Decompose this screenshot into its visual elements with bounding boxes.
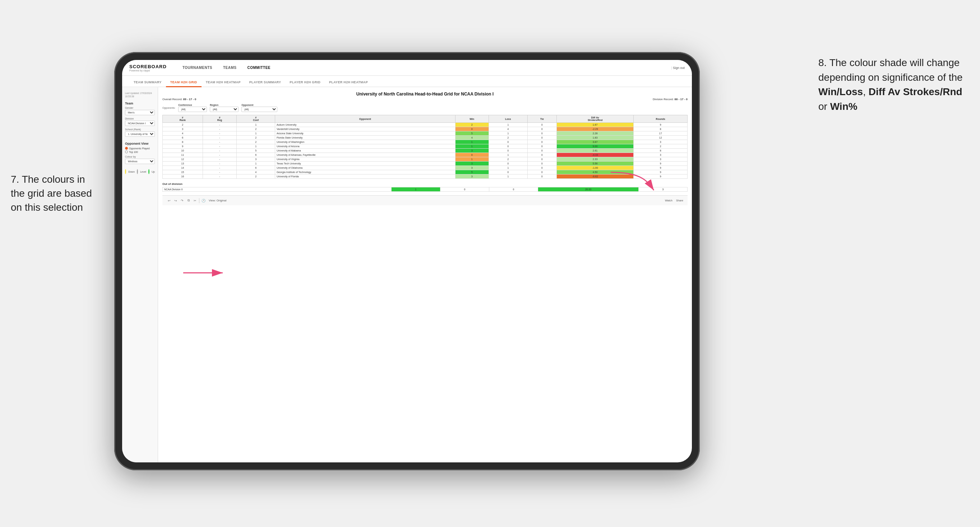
clock-icon[interactable]: 🕐 [201,198,206,203]
table-cell-1-3: Vanderbilt University [275,127,455,132]
table-cell-12-5: 1 [488,175,527,179]
table-cell-3-7: 1.83 [557,136,633,140]
table-cell-3-0: 6 [163,136,203,140]
table-cell-6-1: - [203,149,237,153]
col-rounds: Rounds [634,115,687,123]
toolbar-icons: ↩ ↪ ↷ ⧉ ✂ 🕐 [167,198,206,203]
region-filter-select[interactable]: (All) [210,106,239,112]
table-cell-11-5: 0 [488,170,527,175]
subnav-player-h2h-grid[interactable]: PLAYER H2H GRID [285,79,325,87]
table-cell-3-4: 4 [455,136,488,140]
table-cell-5-0: 9 [163,144,203,149]
table-cell-3-5: 2 [488,136,527,140]
table-row: 4-1Arizona State University5102.2817 [163,132,687,136]
subnav-player-summary[interactable]: PLAYER SUMMARY [245,79,286,87]
table-cell-1-6: 0 [527,127,557,132]
redo-icon[interactable]: ↪ [173,198,178,203]
colour-dot-level [137,169,138,174]
school-select[interactable]: 1. University of Nort... [125,132,155,137]
undo-icon[interactable]: ↩ [167,198,172,203]
last-updated: Last Updated: 27/03/2024 16:55:38 [125,92,155,98]
table-cell-5-3: University of Arizona [275,144,455,149]
table-cell-8-6: 0 [527,157,557,162]
ood-cell-3: 0 [489,187,538,192]
radio-opponents-played[interactable]: Opponents Played [125,147,155,150]
table-row: 10-5University of Alabama3002.618 [163,149,687,153]
nav-committee[interactable]: COMMITTEE [242,64,276,71]
subnav-player-h2h-heatmap[interactable]: PLAYER H2H HEATMAP [325,79,372,87]
logo-sub: Powered by clippd [129,69,167,72]
table-cell-7-4: 0 [455,153,488,157]
table-cell-12-0: 16 [163,175,203,179]
share-button[interactable]: Share [676,199,683,202]
table-cell-4-2: 2 [237,140,275,144]
filter-row: Opponents: Conference (All) Region (All) [162,104,687,112]
table-cell-3-8: 12 [634,136,687,140]
table-cell-12-4: 3 [455,175,488,179]
view-label[interactable]: View: Original [209,199,226,202]
nav-tournaments[interactable]: TOURNAMENTS [177,64,217,71]
subnav-team-summary[interactable]: TEAM SUMMARY [129,79,166,87]
forward-icon[interactable]: ↷ [180,198,185,203]
table-cell-11-7: 4.50 [557,170,633,175]
colour-label-down: Down [128,170,135,173]
table-cell-9-4: 3 [455,162,488,166]
conference-filter-select[interactable]: (All) [178,106,207,112]
table-cell-9-6: 0 [527,162,557,166]
table-cell-10-3: University of Oklahoma [275,166,455,170]
table-row: 14-6University of Oklahoma310-1.009 [163,166,687,170]
table-cell-4-8: 3 [634,140,687,144]
table-cell-0-4: 2 [455,123,488,127]
colour-by-select[interactable]: Win/loss [125,159,155,164]
table-cell-11-0: 15 [163,170,203,175]
filter-region: Region (All) [210,104,239,112]
table-cell-9-2: 1 [237,162,275,166]
scissors-icon[interactable]: ✂ [192,198,197,203]
table-cell-4-5: 0 [488,140,527,144]
sub-nav: TEAM SUMMARY TEAM H2H GRID TEAM H2H HEAT… [122,76,692,87]
app-header: SCOREBOARD Powered by clippd TOURNAMENTS… [122,60,692,76]
division-select[interactable]: NCAA Division I [125,121,155,126]
subnav-team-h2h-grid[interactable]: TEAM H2H GRID [166,79,202,87]
col-win: Win [455,115,488,123]
table-cell-11-6: 0 [527,170,557,175]
table-cell-8-3: University of Virginia [275,157,455,162]
watch-button[interactable]: Watch [665,199,673,202]
table-row: 3-2Vanderbilt University040-2.298 [163,127,687,132]
ood-cell-5: 3 [638,187,687,192]
table-row: 8-2University of Washington1003.673 [163,140,687,144]
gender-select[interactable]: Men's [125,110,155,115]
table-cell-4-3: University of Washington [275,140,455,144]
table-cell-8-0: 12 [163,157,203,162]
table-cell-1-2: 2 [237,127,275,132]
nav-teams[interactable]: TEAMS [218,64,242,71]
table-cell-8-7: 2.33 [557,157,633,162]
sign-out-link[interactable]: Sign out [671,66,685,70]
table-cell-0-8: 9 [634,123,687,127]
table-cell-8-8: 3 [634,157,687,162]
radio-top100[interactable]: Top 100 [125,151,155,153]
grid-records: Overall Record: 89 - 17 - 0 Division Rec… [162,98,687,101]
table-cell-10-6: 0 [527,166,557,170]
table-cell-12-6: 0 [527,175,557,179]
table-cell-2-3: Arizona State University [275,132,455,136]
table-cell-5-7: 9.00 [557,144,633,149]
table-row: 11-6University of Arkansas, Fayetteville… [163,153,687,157]
opponent-filter-select[interactable]: (All) [242,106,277,112]
annotation-right: 8. The colour shade will change dependin… [818,56,969,114]
table-cell-7-5: 1 [488,153,527,157]
table-cell-7-0: 11 [163,153,203,157]
table-row: 16-2University of Florida310-6.629 [163,175,687,179]
table-cell-2-8: 17 [634,132,687,136]
col-tie: Tie [527,115,557,123]
out-of-division-title: Out of division [162,183,687,186]
ood-cell-2: 0 [440,187,489,192]
col-diff: Diff AvStrokes/Rnd [557,115,633,123]
subnav-team-h2h-heatmap[interactable]: TEAM H2H HEATMAP [202,79,245,87]
table-cell-3-2: 2 [237,136,275,140]
colour-dot-down [125,169,126,174]
filter-conference: Conference (All) [178,104,207,112]
table-cell-11-8: 9 [634,170,687,175]
overall-record: Overall Record: 89 - 17 - 0 [162,98,196,101]
copy-icon[interactable]: ⧉ [186,198,191,203]
